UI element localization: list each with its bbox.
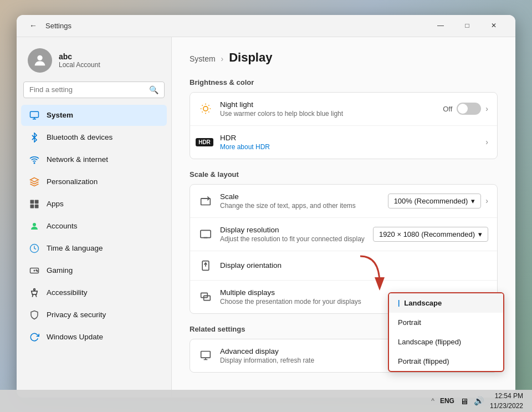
nav-label-bluetooth: Bluetooth & devices — [47, 133, 112, 141]
nav-label-time: Time & language — [47, 244, 103, 252]
svg-rect-6 — [35, 200, 39, 204]
nav-label-apps: Apps — [47, 200, 64, 208]
svg-point-9 — [33, 223, 36, 226]
svg-point-17 — [203, 106, 208, 111]
orientation-option-landscape-flipped[interactable]: Landscape (flipped) — [389, 332, 503, 352]
nav-label-privacy: Privacy & security — [47, 311, 106, 319]
night-light-control: Off › — [443, 103, 488, 115]
brightness-card: Night light Use warmer colors to help bl… — [190, 92, 498, 159]
scale-chevron: › — [485, 196, 488, 205]
orientation-option-portrait-flipped[interactable]: Portrait (flipped) — [389, 352, 503, 371]
nav-item-bluetooth[interactable]: Bluetooth & devices — [21, 127, 167, 148]
nav-item-network[interactable]: Network & internet — [21, 149, 167, 170]
user-info: abc Local Account — [59, 52, 100, 69]
toggle-off-label: Off — [443, 105, 452, 113]
svg-line-25 — [208, 105, 209, 106]
scale-row[interactable]: Scale Change the size of text, apps, and… — [190, 185, 497, 218]
svg-rect-34 — [201, 352, 211, 358]
orientation-row[interactable]: Display orientation — [190, 251, 497, 281]
svg-rect-28 — [201, 230, 211, 237]
time-icon — [29, 243, 40, 254]
user-section: abc Local Account — [21, 44, 167, 82]
svg-point-15 — [37, 271, 38, 272]
portrait-flipped-label: Portrait (flipped) — [398, 357, 449, 365]
advanced-icon — [199, 349, 212, 362]
resolution-dropdown[interactable]: 1920 × 1080 (Recommended) ▾ — [373, 227, 488, 242]
window-controls: — □ ✕ — [428, 17, 507, 34]
nav-item-update[interactable]: Windows Update — [21, 327, 167, 348]
section-scale-title: Scale & layout — [190, 170, 498, 179]
night-light-label: Night light — [220, 100, 435, 109]
nav-item-privacy[interactable]: Privacy & security — [21, 304, 167, 325]
nav-label-accessibility: Accessibility — [47, 288, 88, 297]
update-icon — [29, 332, 40, 343]
nav-label-accounts: Accounts — [47, 222, 78, 230]
scale-control[interactable]: 100% (Recommended) ▾ › — [388, 194, 488, 208]
gaming-icon — [29, 265, 40, 276]
titlebar-title: Settings — [45, 22, 428, 30]
svg-point-16 — [34, 288, 35, 290]
nav-label-network: Network & internet — [47, 155, 108, 164]
night-light-row[interactable]: Night light Use warmer colors to help bl… — [190, 93, 497, 126]
nav-item-accounts[interactable]: Accounts — [21, 216, 167, 237]
scale-dropdown[interactable]: 100% (Recommended) ▾ — [388, 194, 482, 208]
resolution-dropdown-arrow: ▾ — [478, 230, 482, 238]
nav-label-system: System — [47, 111, 73, 119]
nav-item-system[interactable]: System — [21, 105, 167, 126]
taskbar-monitor-icon: 🖥 — [460, 396, 468, 406]
search-box[interactable]: 🔍 — [23, 82, 165, 98]
displays-icon — [199, 290, 212, 303]
resolution-text: Display resolution Adjust the resolution… — [220, 226, 365, 243]
svg-rect-8 — [35, 204, 39, 208]
brush-icon — [29, 176, 40, 187]
resolution-desc: Adjust the resolution to fit your connec… — [220, 235, 365, 243]
resolution-row[interactable]: Display resolution Adjust the resolution… — [190, 218, 497, 251]
nav-label-update: Windows Update — [47, 333, 103, 341]
resolution-control[interactable]: 1920 × 1080 (Recommended) ▾ — [373, 227, 488, 242]
nav-item-personalization[interactable]: Personalization — [21, 171, 167, 192]
sidebar: abc Local Account 🔍 System Blu — [17, 37, 172, 398]
content-area: abc Local Account 🔍 System Blu — [17, 37, 515, 398]
night-light-text: Night light Use warmer colors to help bl… — [220, 100, 435, 118]
hdr-row[interactable]: HDR HDR More about HDR › — [190, 126, 497, 159]
shield-icon — [29, 309, 40, 321]
user-name: abc — [59, 52, 100, 61]
svg-line-24 — [202, 111, 203, 112]
taskbar-time-date: 12:54 PM 11/23/2022 — [490, 391, 523, 411]
hdr-desc[interactable]: More about HDR — [220, 143, 478, 151]
orientation-option-portrait[interactable]: Portrait — [389, 313, 503, 332]
hdr-label: HDR — [220, 134, 478, 142]
scale-icon — [199, 194, 212, 207]
minimize-button[interactable]: — — [428, 17, 453, 34]
nav-item-time[interactable]: Time & language — [21, 238, 167, 259]
orientation-dropdown-popup: | Landscape Portrait Landscape (flipped)… — [388, 292, 504, 372]
svg-rect-5 — [30, 200, 34, 204]
portrait-label: Portrait — [398, 318, 421, 327]
monitor-icon — [29, 110, 40, 121]
back-button[interactable]: ← — [25, 18, 41, 33]
scale-dropdown-arrow: ▾ — [471, 197, 475, 205]
nav-item-accessibility[interactable]: Accessibility — [21, 282, 167, 303]
orientation-option-landscape[interactable]: | Landscape — [389, 293, 503, 313]
search-input[interactable] — [29, 85, 145, 94]
nav-item-gaming[interactable]: Gaming — [21, 260, 167, 281]
resolution-icon — [199, 227, 212, 241]
hdr-text: HDR More about HDR — [220, 134, 478, 151]
breadcrumb-current: Display — [229, 50, 272, 64]
hdr-icon: HDR — [199, 135, 212, 149]
sun-icon — [199, 102, 212, 115]
breadcrumb: System › Display — [190, 50, 498, 65]
night-light-toggle[interactable] — [457, 103, 481, 115]
accounts-icon — [29, 221, 40, 232]
svg-rect-1 — [30, 111, 39, 118]
close-button[interactable]: ✕ — [481, 17, 507, 34]
landscape-flipped-label: Landscape (flipped) — [398, 338, 461, 346]
network-icon — [29, 154, 40, 165]
nav-item-apps[interactable]: Apps — [21, 194, 167, 215]
svg-rect-7 — [30, 204, 34, 208]
svg-line-20 — [202, 105, 203, 106]
svg-line-21 — [208, 111, 209, 112]
hdr-chevron: › — [485, 138, 488, 146]
maximize-button[interactable]: □ — [454, 17, 480, 34]
night-light-desc: Use warmer colors to help block blue lig… — [220, 110, 435, 118]
